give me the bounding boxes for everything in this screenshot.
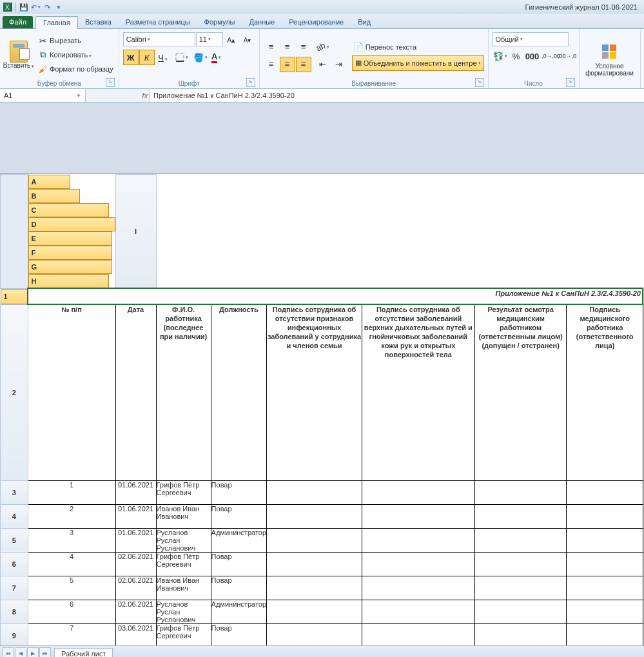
cell-empty-6-1[interactable]	[362, 552, 474, 576]
cell-empty-7-1[interactable]	[362, 576, 474, 600]
col-header-I[interactable]: I	[115, 175, 156, 289]
cell-pos-8[interactable]: Админинстратор	[211, 600, 266, 623]
cell-fio-4[interactable]: Иванов Иван Иванович	[156, 504, 211, 528]
cell-empty-8-2[interactable]	[474, 600, 567, 623]
cell-fio-6[interactable]: Грифов Пётр Сергеевич	[156, 552, 211, 576]
formula-input[interactable]: Приложение №1 к СанПиН 2.3/2.4.3590-20	[150, 89, 644, 102]
cell-pos-7[interactable]: Повар	[211, 576, 266, 600]
cell-empty-7-3[interactable]	[567, 576, 643, 600]
cell-empty-9-3[interactable]	[567, 623, 643, 645]
cell-empty-5-1[interactable]	[362, 528, 474, 552]
cell-empty-9-0[interactable]	[267, 623, 362, 645]
row-header-9[interactable]: 9	[1, 623, 28, 645]
clipboard-launcher-icon[interactable]: ↘	[106, 78, 115, 87]
select-all-corner[interactable]	[1, 175, 28, 289]
cell-pos-5[interactable]: Админинстратор	[211, 528, 266, 552]
row-header-4[interactable]: 4	[1, 504, 28, 528]
cell-empty-6-3[interactable]	[567, 552, 643, 576]
fx-icon[interactable]: fx	[142, 92, 148, 99]
worksheet-grid[interactable]: ABCDEFGHI1Приложение №1 к СанПиН 2.3/2.4…	[0, 174, 644, 645]
cell-date-5[interactable]: 01.06.2021	[115, 528, 156, 552]
tab-0[interactable]: Главная	[35, 16, 78, 29]
cell-pos-4[interactable]: Повар	[211, 504, 266, 528]
cell-empty-8-3[interactable]	[567, 600, 643, 623]
tab-nav-first-icon[interactable]: ⏮	[3, 647, 14, 657]
cell-empty-9-1[interactable]	[362, 623, 474, 645]
font-color-button[interactable]: A	[209, 50, 224, 65]
col-header-E[interactable]: E	[28, 231, 112, 246]
tab-5[interactable]: Рецензирование	[282, 16, 351, 28]
col-header-F[interactable]: F	[28, 246, 112, 260]
format-painter-button[interactable]: 🖌Формат по образцу	[36, 63, 115, 75]
qat-customize-icon[interactable]: ▼	[54, 2, 64, 12]
cell-empty-7-2[interactable]	[474, 576, 567, 600]
cell-date-9[interactable]: 03.06.2021	[115, 623, 156, 645]
header-cell-6[interactable]: Результат осмотра медицинским работником…	[474, 304, 567, 480]
cell-empty-5-2[interactable]	[474, 528, 567, 552]
decrease-decimal-button[interactable]: ,00→,0	[560, 48, 575, 64]
paste-button[interactable]: Вставить	[4, 31, 34, 79]
accounting-format-button[interactable]: 💱	[493, 48, 508, 64]
cell-fio-7[interactable]: Иванов Иван Иванович	[156, 576, 211, 600]
tab-2[interactable]: Разметка страницы	[119, 16, 197, 28]
cell-empty-3-3[interactable]	[567, 480, 643, 504]
header-cell-0[interactable]: № п/п	[28, 304, 115, 480]
align-middle-button[interactable]: ≡	[280, 39, 295, 55]
cell-empty-4-2[interactable]	[474, 504, 567, 528]
cell-empty-3-0[interactable]	[267, 480, 362, 504]
orientation-button[interactable]: ab	[315, 39, 331, 55]
row-header-7[interactable]: 7	[1, 576, 28, 600]
decrease-indent-button[interactable]: ⇤	[315, 57, 331, 72]
tab-3[interactable]: Формулы	[197, 16, 242, 28]
header-cell-7[interactable]: Подпись медицинского работника (ответств…	[567, 304, 643, 480]
cell-date-7[interactable]: 02.06.2021	[115, 576, 156, 600]
conditional-formatting-button[interactable]: Условное форматировани	[583, 31, 636, 86]
cell-fio-9[interactable]: Грифов Пётр Сергеевич	[156, 623, 211, 645]
align-launcher-icon[interactable]: ↘	[475, 78, 484, 87]
cell-empty-3-2[interactable]	[474, 480, 567, 504]
row-header-8[interactable]: 8	[1, 600, 28, 623]
borders-button[interactable]	[174, 50, 190, 65]
row-header-5[interactable]: 5	[1, 528, 28, 552]
tab-nav-next-icon[interactable]: ▶	[27, 647, 39, 657]
header-cell-4[interactable]: Подпись сотрудника об отсутствии признак…	[267, 304, 362, 480]
col-header-B[interactable]: B	[28, 189, 80, 203]
font-size-combo[interactable]: 11	[196, 32, 223, 46]
tab-1[interactable]: Вставка	[78, 16, 119, 28]
tab-4[interactable]: Данные	[242, 16, 282, 28]
underline-button[interactable]: Ч	[155, 50, 171, 65]
cell-empty-8-0[interactable]	[267, 600, 362, 623]
cell-n-8[interactable]: 6	[28, 600, 115, 623]
sheet-tab[interactable]: Рабочий лист	[54, 648, 113, 658]
cell-empty-9-2[interactable]	[474, 623, 567, 645]
row-header-2[interactable]: 2	[1, 304, 28, 480]
cell-title[interactable]: Приложение №1 к СанПиН 2.3/2.4.3590-20	[28, 288, 643, 304]
save-icon[interactable]: 💾	[19, 2, 29, 12]
align-bottom-button[interactable]: ≡	[296, 39, 311, 55]
copy-button[interactable]: ⧉Копировать	[36, 48, 115, 61]
col-header-H[interactable]: H	[28, 274, 109, 288]
cell-empty-4-0[interactable]	[267, 504, 362, 528]
number-format-combo[interactable]: Общий	[493, 32, 569, 46]
comma-button[interactable]: 000	[525, 48, 540, 64]
cell-n-5[interactable]: 3	[28, 528, 115, 552]
cell-n-3[interactable]: 1	[28, 480, 115, 504]
row-header-6[interactable]: 6	[1, 552, 28, 576]
cell-date-3[interactable]: 01.06.2021	[115, 480, 156, 504]
font-launcher-icon[interactable]: ↘	[246, 78, 255, 87]
italic-button[interactable]: К	[139, 50, 155, 65]
align-right-button[interactable]: ≡	[296, 57, 311, 72]
wrap-text-button[interactable]: 📄Перенос текста	[352, 41, 484, 54]
cell-pos-3[interactable]: Повар	[211, 480, 266, 504]
header-cell-5[interactable]: Подпись сотрудника об отсутствии заболев…	[362, 304, 474, 480]
row-header-3[interactable]: 3	[1, 480, 28, 504]
col-header-D[interactable]: D	[28, 217, 115, 231]
col-header-C[interactable]: C	[28, 203, 109, 217]
header-cell-1[interactable]: Дата	[115, 304, 156, 480]
align-center-button[interactable]: ≡	[280, 57, 295, 72]
cell-date-6[interactable]: 02.06.2021	[115, 552, 156, 576]
merge-center-button[interactable]: ▦Объединить и поместить в центре	[352, 55, 484, 71]
header-cell-3[interactable]: Должность	[211, 304, 266, 480]
cell-date-4[interactable]: 01.06.2021	[115, 504, 156, 528]
cell-empty-4-1[interactable]	[362, 504, 474, 528]
